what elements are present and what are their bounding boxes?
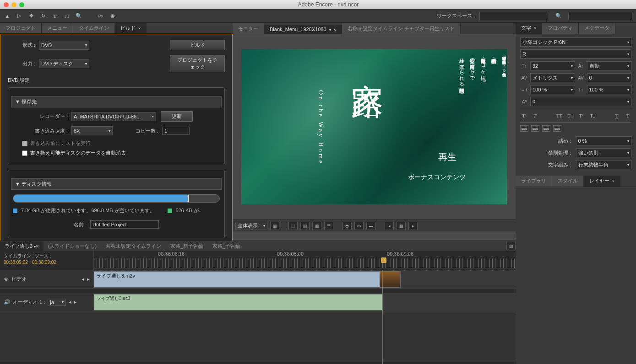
tab-library[interactable]: ライブラリ [516,176,552,187]
auto-erase-checkbox[interactable] [22,150,27,156]
tab-style[interactable]: スタイル [552,176,584,187]
tab-properties[interactable]: プロパティ [542,23,579,34]
close-icon[interactable]: × [612,179,614,183]
text-tool-icon[interactable]: T [51,12,59,20]
format-select[interactable]: DVD [39,41,89,50]
strikethrough-button[interactable]: T [624,112,631,119]
kinsoku-select[interactable]: 強い禁則 [576,148,632,157]
playhead-icon[interactable] [381,257,386,263]
playhead-line[interactable] [382,293,383,364]
subscript-button[interactable]: T₁ [589,112,596,119]
zoom-select[interactable]: 全体表示 [235,222,267,230]
smallcaps-button[interactable]: Tᴛ [567,112,574,119]
prev-icon[interactable]: ◂ [385,222,394,230]
bold-button[interactable]: T [520,112,527,119]
destination-header[interactable]: ▼ 保存先 [11,96,222,107]
superscript-button[interactable]: T¹ [578,112,585,119]
nav-mode4-icon[interactable]: ☰ [324,222,333,230]
audio-clip[interactable]: ライブ通し3.ac3 [94,294,382,310]
grid-icon[interactable]: ▦ [397,222,406,230]
check-project-button[interactable]: プロジェクトをチェック [170,55,225,72]
tab-menu-doc[interactable]: Blank_Menu_1920X1080▾× [264,25,342,34]
highlight3-icon[interactable]: ▬ [366,222,375,230]
speaker-icon[interactable]: 🔊 [4,299,10,305]
tab-project[interactable]: プロジェクト [0,23,42,33]
nav-mode3-icon[interactable]: ▦ [312,222,321,230]
write-speed-select[interactable]: 8X [71,126,113,135]
timeline-tab-slideshow[interactable]: (スライドショーなし) [43,241,101,251]
eye-icon[interactable]: 👁 [4,277,9,282]
refresh-button[interactable]: 更新 [161,111,193,122]
tracking-select[interactable]: 0 [587,73,632,82]
workspace-select[interactable] [479,12,548,20]
menu-play-button[interactable]: 再生 [438,151,457,163]
audio-language-select[interactable]: ja [48,299,66,306]
edit-photoshop-icon[interactable]: Ps [97,12,104,20]
panel-menu-icon[interactable]: ▤ [506,242,516,250]
track-prev-icon[interactable]: ◂ [69,299,71,305]
tab-monitor[interactable]: モニター [233,23,264,34]
build-button[interactable]: ビルド [170,40,225,50]
menu-canvas[interactable]: 家路 On the Way Home 京都・大山崎町と大阪・島本町をロケ地に、架… [241,49,507,204]
timeline-ruler[interactable]: 00:38:06:16 00:38:08:00 00:38:09:08 [94,251,516,270]
nav-mode1-icon[interactable]: ⬚ [288,222,298,230]
timeline-tab-trailer[interactable]: 家路_予告編 [208,241,245,251]
mojikumi-select[interactable]: 行末約物半角 [576,160,632,169]
vscale-input[interactable]: 100 % [587,85,632,94]
italic-button[interactable]: T [531,112,538,119]
disk-info-header[interactable]: ▼ ディスク情報 [11,178,222,190]
tab-timeline[interactable]: タイムライン [73,23,115,33]
track-prev-icon[interactable]: ◂ [82,276,84,282]
minimize-window-icon[interactable] [11,2,16,7]
timecode-source[interactable]: 00:38:09:02 [32,260,56,265]
align-justify-button[interactable] [553,125,561,132]
timeline-tab-trailer-new[interactable]: 家路_新予告編 [166,241,208,251]
kerning-select[interactable]: メトリクス [530,73,575,82]
close-icon[interactable]: × [138,26,141,31]
timeline-tab-untitled[interactable]: 名称未設定タイムライン [101,241,166,251]
preview-icon[interactable]: ◉ [109,12,116,20]
track-next-icon[interactable]: ▸ [74,299,77,305]
close-window-icon[interactable] [4,2,9,7]
zoom-window-icon[interactable] [19,2,24,7]
tab-menu[interactable]: メニュー [42,23,73,33]
direct-select-icon[interactable]: ▷ [16,12,23,20]
align-right-button[interactable] [542,125,550,132]
video-clip[interactable]: ライブ通し3.m2v [94,271,401,288]
font-size-select[interactable]: 32 [530,61,575,70]
search-input[interactable] [568,12,632,20]
selection-tool-icon[interactable]: ▲ [4,12,11,20]
align-center-button[interactable] [531,125,539,132]
timeline-scrollbar[interactable] [0,362,516,364]
move-tool-icon[interactable]: ✥ [27,12,35,20]
tab-character[interactable]: 文字× [516,23,542,34]
align-left-button[interactable] [520,125,528,132]
tab-playlist[interactable]: 名称未設定タイムライン チャプター再生リスト [342,23,461,34]
highlight2-icon[interactable]: ▭ [354,222,364,230]
tab-build[interactable]: ビルド× [115,23,147,33]
copies-input[interactable] [162,127,190,135]
dropdown-icon[interactable]: ▾ [329,28,331,32]
font-style-select[interactable]: R [520,49,631,59]
vertical-text-tool-icon[interactable]: ↓T [63,12,71,20]
close-icon[interactable]: × [334,27,336,32]
tsume-select[interactable]: 0 % [576,136,632,145]
close-icon[interactable]: × [534,26,536,31]
menu-bonus-button[interactable]: ボーナスコンテンツ [408,173,466,182]
underline-button[interactable]: T [613,112,620,119]
tab-layer[interactable]: レイヤー× [584,176,620,187]
highlight1-icon[interactable]: ◓ [342,222,352,230]
allcaps-button[interactable]: TT [556,112,563,119]
zoom-tool-icon[interactable]: 🔍 [75,12,82,20]
output-select[interactable]: DVD ディスク [39,59,89,68]
safe-area-icon[interactable]: ▦ [270,222,279,230]
font-family-select[interactable]: 小塚ゴシック Pr6N [520,37,631,47]
next-icon[interactable]: ▸ [408,222,418,230]
timeline-tab-active[interactable]: ライブ通し3 ▾× [0,241,43,251]
track-next-icon[interactable]: ▸ [87,276,90,282]
hscale-input[interactable]: 100 % [530,85,575,94]
baseline-input[interactable]: 0 [530,97,631,106]
leading-select[interactable]: 自動 [587,61,632,70]
close-icon[interactable]: × [36,243,38,249]
nav-mode2-icon[interactable]: ▤ [300,222,310,230]
